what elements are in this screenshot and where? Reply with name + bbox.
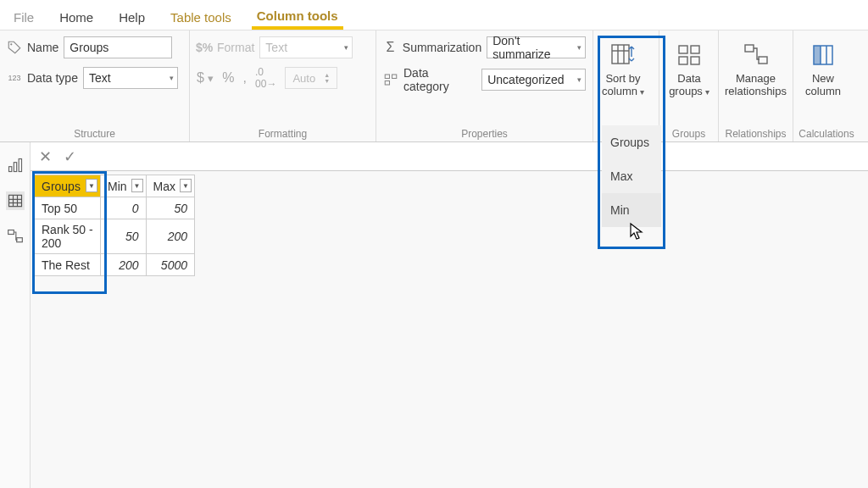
svg-rect-9 xyxy=(679,46,687,53)
svg-rect-10 xyxy=(691,46,699,53)
sort-icon xyxy=(609,41,637,69)
sort-label: Sort by column xyxy=(602,73,644,98)
svg-rect-19 xyxy=(8,167,11,172)
tab-file[interactable]: File xyxy=(8,3,39,30)
svg-text:123: 123 xyxy=(8,74,21,82)
sort-option-min[interactable]: Min xyxy=(602,193,661,227)
svg-rect-22 xyxy=(8,195,21,206)
svg-rect-21 xyxy=(19,159,21,172)
tab-home[interactable]: Home xyxy=(54,3,98,30)
group-label-groups: Groups xyxy=(661,128,716,140)
model-view-icon[interactable] xyxy=(6,227,25,246)
svg-rect-11 xyxy=(679,57,687,64)
table-row[interactable]: The Rest2005000 xyxy=(35,254,195,276)
tab-table-tools[interactable]: Table tools xyxy=(165,3,236,30)
data-grid: Groups▼ Min▼ Max▼ Top 50050 Rank 50 - 20… xyxy=(34,175,195,276)
svg-rect-13 xyxy=(745,45,754,52)
tab-column-tools[interactable]: Column tools xyxy=(252,2,343,30)
svg-rect-14 xyxy=(759,57,767,64)
percent-icon[interactable]: % xyxy=(222,70,234,86)
table-row[interactable]: Top 50050 xyxy=(35,197,195,219)
svg-rect-4 xyxy=(392,75,397,79)
menu-tabs: File Home Help Table tools Column tools xyxy=(0,0,868,30)
svg-rect-16 xyxy=(814,46,821,64)
comma-icon[interactable]: , xyxy=(243,70,247,86)
datatype-icon: 123 xyxy=(7,70,22,86)
col-header-groups[interactable]: Groups▼ xyxy=(35,175,101,197)
chevron-down-icon[interactable]: ▼ xyxy=(131,179,143,192)
relationships-icon xyxy=(742,41,771,69)
new-column-button[interactable]: New column xyxy=(795,36,851,100)
tab-help[interactable]: Help xyxy=(114,3,150,30)
col-header-max[interactable]: Max▼ xyxy=(146,175,194,197)
view-switcher xyxy=(0,142,31,488)
format-icon: $% xyxy=(197,40,212,55)
new-column-icon xyxy=(809,41,837,69)
svg-rect-28 xyxy=(16,238,22,242)
svg-point-0 xyxy=(10,43,12,45)
svg-rect-5 xyxy=(612,45,629,64)
datacategory-select[interactable]: Uncategorized▾ xyxy=(481,69,586,91)
name-input[interactable]: Groups xyxy=(64,36,172,58)
group-label-properties: Properties xyxy=(383,128,586,140)
sort-dropdown-menu: Groups Max Min xyxy=(602,125,661,227)
chevron-down-icon[interactable]: ▼ xyxy=(180,179,192,192)
datatype-select[interactable]: Text▾ xyxy=(83,67,178,89)
table-header-row: Groups▼ Min▼ Max▼ xyxy=(35,175,195,197)
chevron-down-icon[interactable]: ▼ xyxy=(86,179,97,192)
format-label: Format xyxy=(217,41,254,54)
svg-rect-3 xyxy=(385,81,389,86)
decimals-select[interactable]: Auto▲▼ xyxy=(285,67,337,89)
group-label-calculations: Calculations xyxy=(795,128,858,140)
group-label-formatting: Formatting xyxy=(197,128,369,140)
data-groups-icon xyxy=(675,41,704,69)
ribbon: Name Groups 123 Data type Text▾ Structur… xyxy=(0,30,868,142)
commit-icon[interactable]: ✓ xyxy=(64,147,76,166)
svg-rect-12 xyxy=(691,57,699,64)
sort-option-max[interactable]: Max xyxy=(602,159,661,193)
formula-bar: ✕ ✓ xyxy=(31,142,868,171)
sigma-icon: Σ xyxy=(383,40,398,55)
group-label-structure: Structure xyxy=(7,128,182,140)
col-header-min[interactable]: Min▼ xyxy=(101,175,147,197)
table-row[interactable]: Rank 50 - 20050200 xyxy=(35,219,195,254)
data-groups-label: Data groups xyxy=(669,73,709,98)
svg-rect-20 xyxy=(14,163,16,172)
group-label-relationships: Relationships xyxy=(721,128,791,140)
sort-option-groups[interactable]: Groups xyxy=(602,125,661,159)
svg-rect-27 xyxy=(8,230,14,235)
summarization-label: Summarization xyxy=(403,41,481,54)
category-icon xyxy=(383,72,398,87)
datatype-label: Data type xyxy=(27,71,78,85)
report-view-icon[interactable] xyxy=(6,156,25,175)
name-label: Name xyxy=(27,41,58,54)
new-column-label: New column xyxy=(805,73,841,98)
data-groups-button[interactable]: Data groups xyxy=(661,36,717,100)
svg-rect-2 xyxy=(385,75,389,79)
format-select[interactable]: Text▾ xyxy=(259,36,353,58)
datacategory-label: Data category xyxy=(403,66,476,93)
sort-by-column-button[interactable]: Sort by column xyxy=(595,36,651,100)
decimal-icon[interactable]: .000→ xyxy=(255,66,276,90)
cancel-icon[interactable]: ✕ xyxy=(39,147,52,166)
currency-icon[interactable]: $ ▾ xyxy=(197,70,214,86)
data-view-icon[interactable] xyxy=(6,191,25,210)
tag-icon xyxy=(7,40,22,55)
relationships-label: Manage relationships xyxy=(725,73,787,98)
summarization-select[interactable]: Don't summarize▾ xyxy=(487,36,586,58)
manage-relationships-button[interactable]: Manage relationships xyxy=(721,36,791,100)
